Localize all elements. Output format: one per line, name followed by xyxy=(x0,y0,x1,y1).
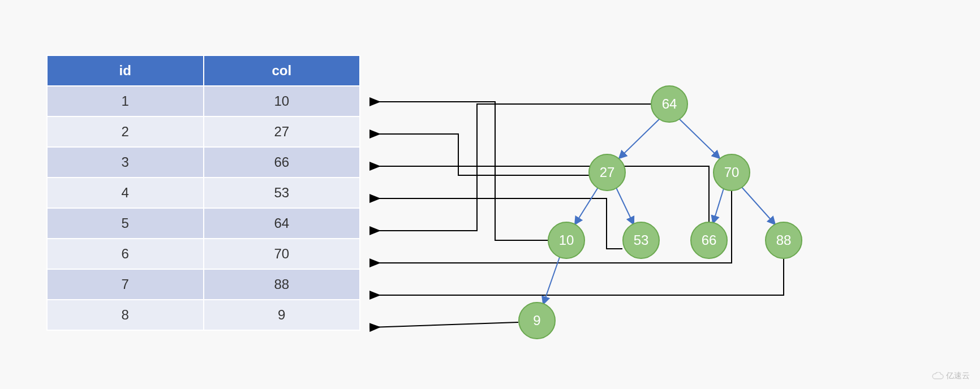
node-label: 66 xyxy=(702,232,717,248)
table-row: 564 xyxy=(47,208,360,239)
tree-node-lll: 9 xyxy=(518,302,556,339)
svg-line-0 xyxy=(619,116,662,158)
cell-col: 53 xyxy=(204,178,360,208)
watermark-text: 亿速云 xyxy=(946,371,970,381)
table-row: 788 xyxy=(47,269,360,300)
cell-id: 6 xyxy=(47,239,204,269)
table-row: 366 xyxy=(47,147,360,178)
cell-col: 88 xyxy=(204,269,360,300)
data-table: id col 110 227 366 453 564 670 788 89 xyxy=(46,55,360,331)
cell-col: 64 xyxy=(204,208,360,239)
watermark: 亿速云 xyxy=(931,371,970,381)
tree-node-left: 27 xyxy=(588,154,626,191)
cell-id: 3 xyxy=(47,147,204,178)
node-label: 27 xyxy=(600,165,615,180)
column-header-col: col xyxy=(204,55,360,86)
table-row: 227 xyxy=(47,116,360,147)
table-row: 453 xyxy=(47,178,360,208)
tree-node-rr: 88 xyxy=(765,222,802,259)
svg-line-5 xyxy=(741,187,775,224)
svg-line-4 xyxy=(713,187,724,223)
cell-col: 27 xyxy=(204,116,360,147)
table-row: 670 xyxy=(47,239,360,269)
table-row: 89 xyxy=(47,300,360,330)
svg-line-3 xyxy=(616,187,634,224)
tree-node-ll: 10 xyxy=(548,222,585,259)
tree-node-lr: 53 xyxy=(622,222,660,259)
tree-node-right: 70 xyxy=(713,154,750,191)
cell-id: 7 xyxy=(47,269,204,300)
node-label: 9 xyxy=(533,313,540,329)
cell-id: 4 xyxy=(47,178,204,208)
node-label: 70 xyxy=(724,165,740,180)
cell-id: 1 xyxy=(47,86,204,116)
column-header-id: id xyxy=(47,55,204,86)
cell-col: 9 xyxy=(204,300,360,330)
tree-node-root: 64 xyxy=(651,85,688,123)
cell-id: 8 xyxy=(47,300,204,330)
cell-col: 10 xyxy=(204,86,360,116)
svg-line-1 xyxy=(677,116,720,158)
node-label: 64 xyxy=(662,96,677,112)
cell-id: 2 xyxy=(47,116,204,147)
cloud-icon xyxy=(931,372,944,380)
cell-col: 66 xyxy=(204,147,360,178)
node-label: 53 xyxy=(634,232,649,248)
cell-col: 70 xyxy=(204,239,360,269)
tree-node-rl: 66 xyxy=(690,222,728,259)
table-row: 110 xyxy=(47,86,360,116)
node-label: 10 xyxy=(559,232,574,248)
svg-line-2 xyxy=(575,187,599,224)
node-label: 88 xyxy=(776,232,792,248)
cell-id: 5 xyxy=(47,208,204,239)
svg-line-6 xyxy=(543,256,560,304)
